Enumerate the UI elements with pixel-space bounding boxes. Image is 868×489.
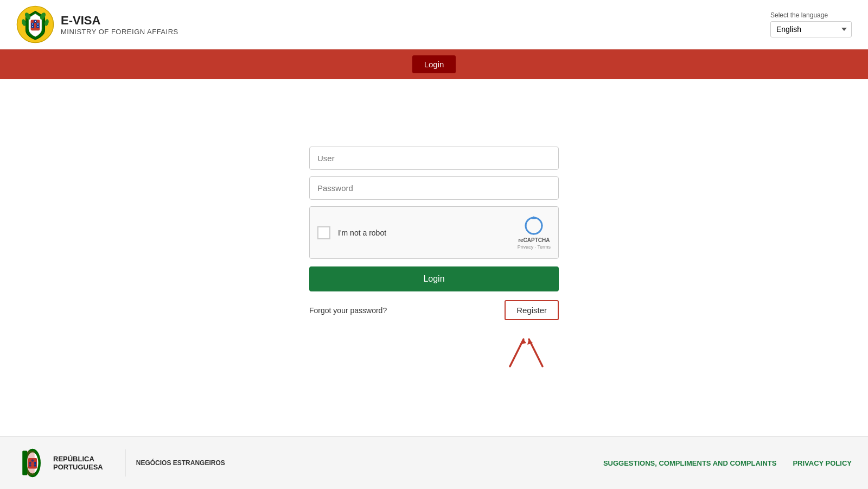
suggestions-link[interactable]: SUGGESTIONS, COMPLIMENTS AND COMPLAINTS: [603, 459, 776, 467]
navbar: Login: [0, 49, 868, 79]
republic-line2: PORTUGUESA: [53, 463, 103, 471]
republic-line1: REPÚBLICA: [53, 455, 103, 463]
recaptcha-icon: [524, 215, 544, 236]
svg-rect-30: [27, 451, 35, 475]
recaptcha-links: Privacy · Terms: [518, 244, 551, 250]
annotation-arrows: [309, 331, 559, 369]
forgot-password-text: Forgot your password?: [309, 306, 387, 315]
captcha-branding: reCAPTCHA Privacy · Terms: [518, 215, 551, 250]
footer-links: SUGGESTIONS, COMPLIMENTS AND COMPLAINTS …: [603, 459, 852, 467]
footer-divider: [125, 449, 125, 477]
app-name: E-VISA: [61, 14, 178, 28]
login-form: I'm not a robot reCAPTCHA Privacy · Term…: [309, 147, 559, 369]
recaptcha-brand: reCAPTCHA: [518, 237, 550, 243]
language-label: Select the language: [770, 11, 828, 19]
site-footer: REPÚBLICA PORTUGUESA NEGÓCIOS ESTRANGEIR…: [0, 436, 868, 489]
footer-emblem-icon: [16, 447, 49, 479]
svg-point-11: [37, 26, 39, 27]
svg-rect-29: [22, 451, 27, 475]
register-button[interactable]: Register: [505, 300, 559, 320]
footer-ministry-label: NEGÓCIOS ESTRANGEIROS: [136, 459, 225, 467]
navbar-login-button[interactable]: Login: [412, 55, 456, 73]
header-title: E-VISA MINISTRY OF FOREIGN AFFAIRS: [61, 14, 178, 36]
svg-point-9: [37, 23, 39, 24]
header-logo: E-VISA MINISTRY OF FOREIGN AFFAIRS: [16, 5, 178, 43]
ministry-name: MINISTRY OF FOREIGN AFFAIRS: [61, 28, 178, 36]
form-bottom-row: Forgot your password? Register: [309, 300, 559, 320]
language-dropdown[interactable]: English Português Français Español: [770, 21, 852, 37]
captcha-checkbox[interactable]: [317, 226, 330, 239]
login-button[interactable]: Login: [309, 266, 559, 291]
svg-point-8: [32, 23, 33, 24]
svg-marker-18: [520, 339, 526, 345]
captcha-left: I'm not a robot: [317, 226, 386, 239]
password-input[interactable]: [309, 176, 559, 200]
language-selector-container: Select the language English Português Fr…: [770, 11, 852, 37]
annotation-arrows-svg: [494, 331, 559, 369]
privacy-policy-link[interactable]: PRIVACY POLICY: [793, 459, 852, 467]
footer-logo: REPÚBLICA PORTUGUESA: [16, 447, 114, 479]
site-header: E-VISA MINISTRY OF FOREIGN AFFAIRS Selec…: [0, 0, 868, 49]
user-input[interactable]: [309, 147, 559, 170]
main-content: I'm not a robot reCAPTCHA Privacy · Term…: [0, 79, 868, 436]
svg-point-10: [32, 26, 33, 27]
captcha-label: I'm not a robot: [338, 228, 386, 237]
svg-point-7: [35, 21, 36, 22]
captcha-widget: I'm not a robot reCAPTCHA Privacy · Term…: [309, 206, 559, 259]
coat-of-arms-icon: [16, 5, 54, 43]
footer-republic-text: REPÚBLICA PORTUGUESA: [53, 455, 103, 471]
